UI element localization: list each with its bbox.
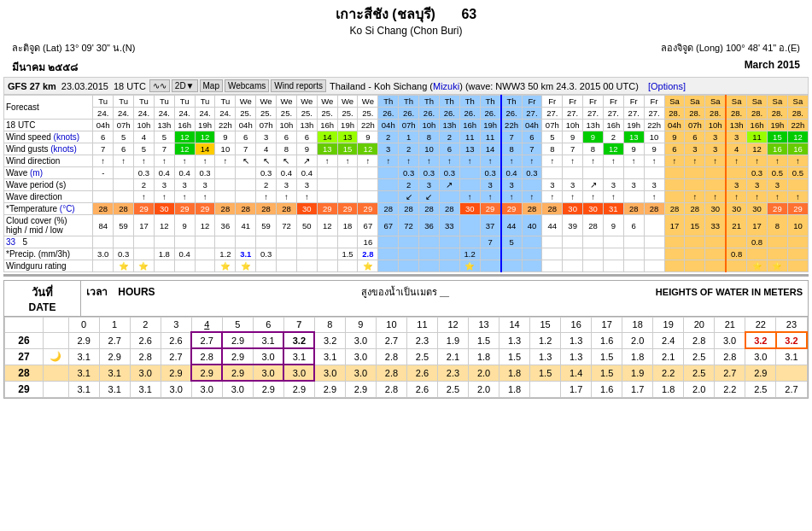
- tide-icon-26: [44, 332, 69, 348]
- tide-val: 3.0: [161, 381, 191, 397]
- ws-cell-fri: 2: [603, 131, 623, 143]
- tide-val: 3.2: [314, 332, 345, 348]
- tide-row-28: 28 3.1 3.1 3.0 2.9 2.9 2.9 3.0 3.0 3.0 3…: [5, 365, 808, 381]
- options-link[interactable]: [Options]: [648, 81, 686, 91]
- cloud-cell-fri: [644, 215, 664, 236]
- pmm-cell-fri: [542, 248, 563, 260]
- tide-hour: 16: [561, 318, 592, 333]
- hour-col-fri: 07h: [542, 120, 563, 131]
- wdir-cell: ↑: [174, 191, 195, 203]
- tide-val: 2.3: [406, 332, 437, 348]
- wp-cell-fri: 3: [542, 179, 563, 191]
- longitude-label: ลองจิจูด (Long) 100° 48' 41" อ.(E): [661, 40, 800, 55]
- wdir-cell-sat: ↑: [787, 191, 808, 203]
- temp-cell: 29: [317, 203, 337, 215]
- date-col-thu: 26.: [459, 108, 480, 120]
- temp-cell-thu: 28: [399, 203, 419, 215]
- wp-cell-sat: [705, 179, 726, 191]
- temp-unit-link[interactable]: (°C): [60, 204, 75, 213]
- wgr-cell-fri: [603, 260, 623, 272]
- wd-cell-sat: ↑: [726, 155, 746, 167]
- wd-cell: ↑: [93, 155, 114, 167]
- wg-cell: 4: [256, 143, 277, 155]
- wave-cell: [317, 167, 337, 179]
- wave-unit-link[interactable]: (m): [30, 168, 43, 178]
- tide-val: 2.9: [745, 365, 776, 381]
- ws-cell: 6: [93, 131, 114, 143]
- wp-cell-thu: 2: [399, 179, 419, 191]
- date-col-fri: 27.: [644, 108, 664, 120]
- date-col-sat: 28.: [787, 108, 808, 120]
- wgr-cell-fri: [563, 260, 583, 272]
- tide-val: 1.6: [592, 332, 622, 348]
- tide-hours-sublabel: HOURS: [118, 286, 155, 298]
- precip-cell-fri: [623, 236, 644, 248]
- wdir-cell-sat: [664, 191, 685, 203]
- wind-speed-unit-link[interactable]: (knots): [54, 132, 80, 142]
- pmm-cell: 0.3: [256, 248, 277, 260]
- wg-cell-thu: 14: [480, 143, 500, 155]
- wd-cell-thu: ↑: [378, 155, 399, 167]
- mizuki-link[interactable]: Mizuki: [433, 81, 459, 91]
- wgr-cell: [154, 260, 174, 272]
- nav-webcams[interactable]: Webcams: [225, 79, 269, 92]
- tide-val-highlight-orange: 3.2: [776, 332, 807, 348]
- wp-cell: [337, 179, 358, 191]
- wind-gusts-unit-link[interactable]: (knots): [50, 144, 77, 154]
- wg-cell: 14: [195, 143, 215, 155]
- date-col-fri: 27.: [603, 108, 623, 120]
- wgr-cell: [195, 260, 215, 272]
- temp-cell: 29: [195, 203, 215, 215]
- tide-val: 2.9: [161, 365, 191, 381]
- tide-icon-27: 🌙: [44, 348, 69, 365]
- wave-cell: [236, 167, 256, 179]
- pmm-cell-thu: [378, 248, 399, 260]
- temp-cell-sat: 28: [685, 203, 705, 215]
- wp-cell: [215, 179, 236, 191]
- cloud-cell: 72: [277, 215, 297, 236]
- nav-squiggle[interactable]: ∿∿: [149, 79, 170, 92]
- pmm-cell-fri: [522, 248, 542, 260]
- precip-cell: [277, 236, 297, 248]
- tide-val: 2.8: [684, 332, 715, 348]
- cloud-cell: 18: [337, 215, 358, 236]
- wg-cell-fri: 7: [522, 143, 542, 155]
- tide-val: 3.0: [130, 365, 161, 381]
- day-col: Tu: [93, 96, 114, 108]
- day-col: We: [277, 96, 297, 108]
- date-col: 25.: [358, 108, 378, 120]
- temp-cell: 28: [236, 203, 256, 215]
- forecast-label-cell: Forecast: [4, 96, 93, 120]
- wp-cell: 3: [154, 179, 174, 191]
- day-col-thu: Th: [459, 96, 480, 108]
- hour-col: 07h: [114, 120, 134, 131]
- tide-val: 2.2: [715, 381, 745, 397]
- tide-hour: 14: [499, 318, 530, 333]
- tide-row-27: 27 🌙 3.1 2.9 2.8 2.7 2.8 2.9 3.0 3.1 3.1…: [5, 348, 808, 365]
- nav-wind-reports[interactable]: Wind reports: [271, 79, 326, 92]
- tide-date-27: 27: [5, 348, 44, 365]
- wdir-cell-sat: ↑: [726, 191, 746, 203]
- wdir-cell-sat: ↑: [747, 191, 768, 203]
- wave-cell: 0.4: [154, 167, 174, 179]
- wdir-cell-sat: ↑: [685, 191, 705, 203]
- nav-map[interactable]: Map: [200, 79, 223, 92]
- date-col-thu: 26.: [399, 108, 419, 120]
- tide-val: 1.5: [592, 365, 622, 381]
- wave-cell: 0.4: [174, 167, 195, 179]
- hour-col: 10h: [134, 120, 155, 131]
- day-col-sat: Sa: [664, 96, 685, 108]
- temp-cell: 30: [154, 203, 174, 215]
- pmm-cell: 1.5: [337, 248, 358, 260]
- tide-val: 2.3: [438, 365, 469, 381]
- date-col: 25.: [337, 108, 358, 120]
- wgr-cell-thu: [399, 260, 419, 272]
- wp-cell-sat: 3: [747, 179, 768, 191]
- wdir-cell-thu: ↑: [480, 191, 500, 203]
- wdir-cell: ↑: [154, 191, 174, 203]
- nav-2d[interactable]: 2D▼: [172, 79, 198, 92]
- tide-height-label-th: สูงของน้ำเป็นเมตร __: [361, 287, 449, 297]
- wdir-cell: [114, 191, 134, 203]
- wd-cell-fri: ↑: [522, 155, 542, 167]
- wave-cell-sat: [664, 167, 685, 179]
